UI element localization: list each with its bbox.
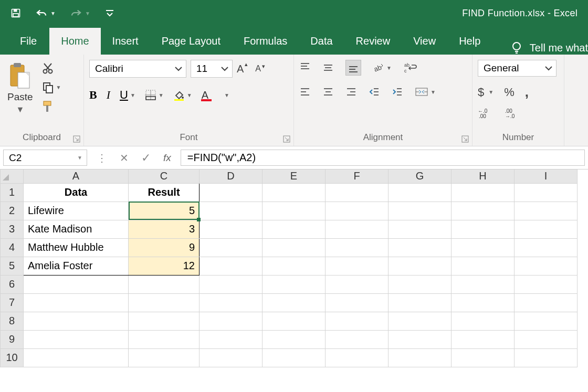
format-painter-icon[interactable] — [41, 100, 61, 113]
tab-file[interactable]: File — [12, 28, 49, 55]
redo-button[interactable]: ▼ — [70, 8, 90, 18]
cancel-icon[interactable]: ✕ — [120, 152, 129, 164]
cell[interactable] — [326, 330, 388, 348]
cell[interactable] — [388, 202, 452, 220]
cell[interactable] — [514, 202, 578, 220]
decrease-indent-icon[interactable] — [369, 86, 380, 98]
cell[interactable] — [388, 330, 452, 348]
cell[interactable] — [326, 238, 388, 257]
cell-A3[interactable]: Kate Madison — [24, 220, 129, 238]
cell[interactable] — [262, 348, 326, 367]
cell-A1[interactable]: Data — [24, 183, 129, 202]
cell[interactable] — [262, 183, 326, 202]
save-icon[interactable] — [10, 8, 21, 18]
cell[interactable] — [24, 330, 129, 348]
increase-indent-icon[interactable] — [392, 86, 403, 98]
cell[interactable] — [129, 348, 200, 367]
cell[interactable] — [200, 275, 262, 293]
cell[interactable] — [452, 275, 514, 293]
clipboard-dialog-launcher-icon[interactable] — [73, 135, 80, 143]
col-header-H[interactable]: H — [452, 169, 514, 183]
row-header[interactable]: 9 — [1, 330, 24, 348]
tab-formulas[interactable]: Formulas — [232, 28, 299, 55]
tell-me[interactable]: Tell me what — [511, 41, 588, 55]
cell[interactable] — [262, 257, 326, 275]
cell[interactable] — [326, 220, 388, 238]
tab-home[interactable]: Home — [49, 28, 100, 55]
wrap-text-icon[interactable]: abc — [403, 62, 417, 73]
cell[interactable] — [24, 275, 129, 293]
italic-button[interactable]: I — [107, 88, 110, 102]
cell[interactable] — [129, 312, 200, 330]
cell[interactable] — [452, 220, 514, 238]
enter-icon[interactable]: ✓ — [141, 151, 151, 165]
select-all-corner[interactable] — [1, 169, 24, 183]
paste-button[interactable]: Paste ▼ — [5, 60, 35, 114]
cell[interactable] — [388, 257, 452, 275]
redo-caret-icon[interactable]: ▼ — [85, 10, 90, 16]
cell[interactable] — [326, 202, 388, 220]
cell-C4[interactable]: 9 — [129, 238, 200, 257]
more-icon[interactable]: ⋮ — [97, 152, 107, 164]
cell[interactable] — [514, 257, 578, 275]
cell[interactable] — [200, 348, 262, 367]
cell[interactable] — [388, 312, 452, 330]
col-header-I[interactable]: I — [514, 169, 578, 183]
comma-button[interactable]: , — [525, 84, 529, 100]
fx-icon[interactable]: fx — [163, 152, 171, 164]
col-header-G[interactable]: G — [388, 169, 452, 183]
tab-review[interactable]: Review — [344, 28, 402, 55]
row-header[interactable]: 1 — [1, 183, 24, 202]
cell[interactable] — [262, 220, 326, 238]
cell[interactable] — [388, 220, 452, 238]
decrease-font-icon[interactable]: A▾ — [255, 64, 261, 73]
tab-insert[interactable]: Insert — [101, 28, 150, 55]
cell[interactable] — [24, 312, 129, 330]
row-header[interactable]: 4 — [1, 238, 24, 257]
currency-button[interactable]: $▼ — [478, 86, 494, 99]
font-name-select[interactable]: Calibri — [89, 60, 186, 78]
align-top-icon[interactable] — [299, 62, 311, 73]
cell[interactable] — [24, 293, 129, 312]
name-box[interactable]: C2 ▼ — [3, 150, 87, 166]
copy-icon[interactable]: ▼ — [41, 81, 61, 93]
merge-center-icon[interactable]: ▼ — [415, 86, 436, 98]
cell-A5[interactable]: Amelia Foster — [24, 257, 129, 275]
qat-customize-icon[interactable] — [105, 9, 114, 17]
bold-button[interactable]: B — [89, 88, 97, 102]
cell[interactable] — [452, 312, 514, 330]
col-header-C[interactable]: C — [129, 169, 200, 183]
cell[interactable] — [514, 220, 578, 238]
cell[interactable] — [326, 293, 388, 312]
cell[interactable] — [262, 202, 326, 220]
tab-page-layout[interactable]: Page Layout — [150, 28, 232, 55]
cell[interactable] — [200, 238, 262, 257]
cell[interactable] — [262, 275, 326, 293]
cell[interactable] — [452, 330, 514, 348]
cell[interactable] — [200, 183, 262, 202]
col-header-E[interactable]: E — [262, 169, 326, 183]
align-bottom-icon[interactable] — [345, 60, 361, 76]
cell[interactable] — [262, 238, 326, 257]
cell[interactable] — [326, 312, 388, 330]
cell[interactable] — [388, 293, 452, 312]
font-size-select[interactable]: 11 — [191, 60, 233, 78]
row-header[interactable]: 6 — [1, 275, 24, 293]
increase-decimal-icon[interactable]: ←.0.00 — [478, 108, 491, 119]
cell[interactable] — [514, 330, 578, 348]
percent-button[interactable]: % — [504, 86, 514, 99]
underline-button[interactable]: U▼ — [120, 88, 135, 102]
cell[interactable] — [326, 183, 388, 202]
cell[interactable] — [452, 183, 514, 202]
cell[interactable] — [129, 293, 200, 312]
name-box-caret-icon[interactable]: ▼ — [77, 155, 82, 161]
cell[interactable] — [326, 348, 388, 367]
decrease-decimal-icon[interactable]: .00→.0 — [505, 108, 519, 119]
cell[interactable] — [388, 183, 452, 202]
cell[interactable] — [452, 348, 514, 367]
row-header[interactable]: 2 — [1, 202, 24, 220]
row-header[interactable]: 8 — [1, 312, 24, 330]
cut-icon[interactable] — [41, 62, 61, 75]
cell[interactable] — [200, 257, 262, 275]
align-left-icon[interactable] — [299, 86, 311, 98]
